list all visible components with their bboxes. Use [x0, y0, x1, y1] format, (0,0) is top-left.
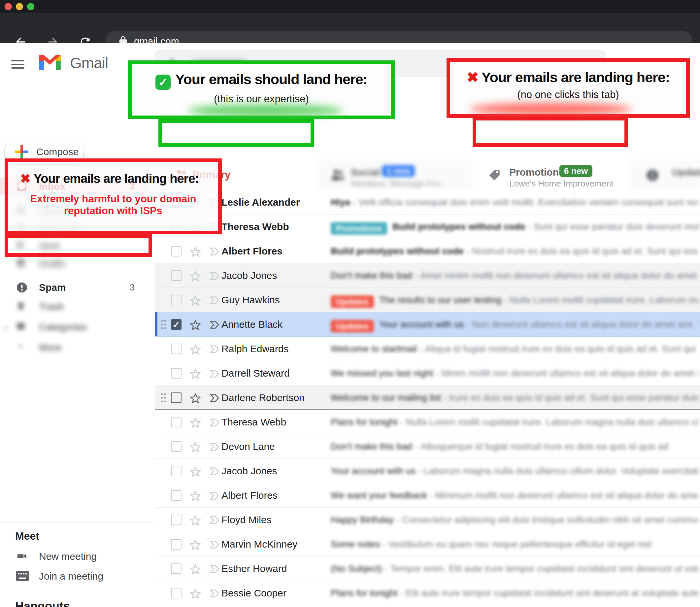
social-subtitle: Nextdoor, Message Fro...	[351, 179, 447, 189]
annotation-red-box-left: ✖Your emails are landing here: Extremely…	[5, 159, 222, 234]
importance-marker-icon[interactable]	[208, 514, 221, 527]
email-checkbox[interactable]	[171, 393, 182, 403]
star-icon[interactable]	[189, 294, 202, 308]
email-subject-preview: We missed you last night - Minim mollit …	[331, 361, 698, 385]
star-icon[interactable]	[189, 392, 202, 406]
email-row[interactable]: Marvin McKinneySome notes - Vestibulum e…	[155, 532, 700, 557]
new-meeting-item[interactable]: New meeting	[0, 547, 149, 566]
importance-marker-icon[interactable]	[208, 319, 221, 332]
star-icon[interactable]	[189, 490, 202, 504]
email-row[interactable]: Albert FloresBuild prototypes without co…	[155, 239, 700, 264]
x-mark-icon: ✖	[20, 172, 30, 186]
category-chip: Promotions	[331, 222, 387, 235]
tab-promotions[interactable]: Promotions 6 new Lowe's Home Improvement	[472, 160, 629, 190]
email-row[interactable]: Esther Howard(No Subject) - Tempor enim.…	[155, 557, 700, 581]
email-checkbox[interactable]	[171, 515, 182, 525]
email-row[interactable]: Jacob JonesYour account with us - Laboru…	[155, 459, 700, 483]
email-row[interactable]: Dianne RussellFont book - Velit officia …	[155, 605, 700, 607]
importance-marker-icon[interactable]	[208, 343, 221, 356]
email-sender: Esther Howard	[221, 557, 327, 581]
star-icon[interactable]	[189, 563, 202, 577]
sidebar-item-blurred[interactable]: Drafts	[0, 254, 149, 272]
star-icon[interactable]	[189, 343, 202, 357]
importance-marker-icon[interactable]	[208, 270, 221, 283]
green-glow	[188, 104, 343, 117]
email-checkbox[interactable]	[171, 588, 182, 599]
drag-handle-icon[interactable]	[161, 318, 167, 333]
email-checkbox[interactable]	[171, 295, 182, 305]
tab-social[interactable]: Social 1 new Nextdoor, Message Fro...	[317, 160, 472, 190]
email-row[interactable]: Theresa WebbPromotionsBuild prototypes w…	[155, 214, 700, 239]
importance-marker-icon[interactable]	[208, 294, 221, 308]
email-sender: Marvin McKinney	[221, 532, 327, 557]
star-icon[interactable]	[189, 465, 202, 479]
minimize-window-icon[interactable]	[16, 3, 23, 10]
email-subject-preview: Plans for tonight - Elit aute irure temp…	[331, 581, 698, 605]
star-icon[interactable]	[189, 368, 202, 381]
star-icon[interactable]	[189, 588, 202, 601]
email-checkbox[interactable]	[171, 466, 182, 476]
importance-marker-icon[interactable]	[208, 588, 221, 601]
email-row[interactable]: Darrell StewardWe missed you last night …	[155, 361, 700, 385]
close-window-icon[interactable]	[5, 3, 12, 10]
maximize-window-icon[interactable]	[27, 3, 34, 10]
email-sender: Jacob Jones	[221, 264, 327, 288]
email-checkbox[interactable]	[171, 539, 182, 549]
email-row[interactable]: Floyd MilesHappy Birthday - Consectetur …	[155, 508, 700, 532]
email-subject-preview: Your account with us - Laborum magna nul…	[331, 459, 698, 483]
email-row[interactable]: Albert FloresWe want your feedback - Min…	[155, 483, 700, 508]
email-row[interactable]: Jacob JonesDon't make this bad - Amet mi…	[155, 264, 700, 288]
tab-updates[interactable]: Updates	[629, 160, 700, 190]
videocam-icon	[16, 550, 28, 562]
sidebar-item-spam[interactable]: Spam 3	[0, 278, 149, 296]
email-checkbox[interactable]: ✓	[171, 319, 182, 330]
star-icon[interactable]	[189, 417, 202, 431]
join-meeting-item[interactable]: Join a meeting	[0, 567, 149, 586]
importance-marker-icon[interactable]	[208, 490, 221, 503]
email-sender: Albert Flores	[221, 239, 327, 264]
expand-chevron-icon[interactable]: ▸	[5, 324, 8, 332]
divider	[0, 591, 155, 591]
importance-marker-icon[interactable]	[208, 246, 221, 259]
email-checkbox[interactable]	[171, 368, 182, 379]
star-icon[interactable]	[189, 539, 202, 552]
star-icon[interactable]	[189, 514, 202, 528]
importance-marker-icon[interactable]	[208, 539, 221, 552]
star-icon[interactable]	[189, 319, 202, 333]
email-checkbox[interactable]	[171, 441, 182, 452]
importance-marker-icon[interactable]	[208, 417, 221, 430]
importance-marker-icon[interactable]	[208, 563, 221, 576]
sidebar-item-categories[interactable]: ▸ Categories	[0, 318, 149, 336]
email-row[interactable]: Darlene RobertsonWelcome to our mailing …	[155, 385, 700, 410]
email-checkbox[interactable]	[171, 270, 182, 281]
email-row[interactable]: ✓Annette BlackUpdatesYour account with u…	[155, 312, 700, 337]
email-subject-preview: Welcome to startmail - Aliqua id fugiat …	[331, 337, 698, 361]
star-icon[interactable]	[189, 246, 202, 259]
sidebar-item-trash[interactable]: Trash	[0, 298, 149, 316]
drag-handle-icon[interactable]	[161, 392, 167, 406]
email-row[interactable]: Guy HawkinsUpdatesThe results to our use…	[155, 288, 700, 312]
email-row[interactable]: Devon LaneDon't make this bad - Albuquer…	[155, 434, 700, 459]
new-meeting-label: New meeting	[39, 547, 97, 566]
importance-marker-icon[interactable]	[208, 465, 221, 479]
importance-marker-icon[interactable]	[208, 441, 221, 454]
importance-marker-icon[interactable]	[208, 368, 221, 381]
importance-marker-icon[interactable]	[208, 392, 221, 405]
hamburger-menu-icon[interactable]	[11, 60, 24, 69]
email-row[interactable]: Leslie AlexanderHiya - Velit officia con…	[155, 190, 700, 214]
email-subject-preview: Happy Birthday - Consectetur adipiscing …	[331, 508, 698, 532]
email-row[interactable]: Bessie CooperPlans for tonight - Elit au…	[155, 581, 700, 605]
email-row[interactable]: Theresa WebbPlans for tonight - Nulla Lo…	[155, 410, 700, 434]
email-checkbox[interactable]	[171, 490, 182, 501]
star-icon[interactable]	[189, 441, 202, 455]
email-row[interactable]: Ralph EdwardsWelcome to startmail - Aliq…	[155, 337, 700, 361]
email-subject-preview: (No Subject) - Tempor enim. Elit aute ir…	[331, 557, 698, 581]
email-checkbox[interactable]	[171, 246, 182, 256]
join-meeting-label: Join a meeting	[39, 567, 103, 586]
email-checkbox[interactable]	[171, 417, 182, 427]
sidebar-item-more[interactable]: More	[0, 339, 149, 356]
email-checkbox[interactable]	[171, 563, 182, 574]
gmail-logo-icon	[39, 53, 61, 70]
star-icon[interactable]	[189, 270, 202, 284]
email-checkbox[interactable]	[171, 343, 182, 354]
